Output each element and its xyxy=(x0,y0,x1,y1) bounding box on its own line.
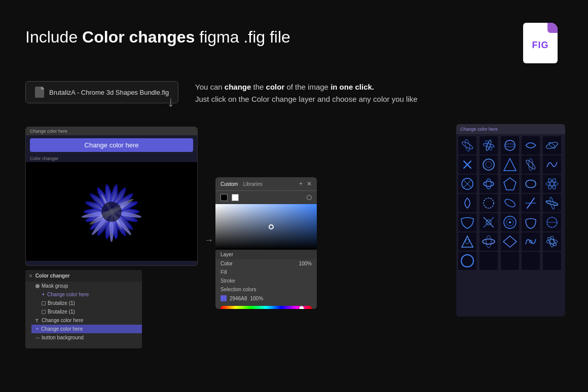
grid-cell[interactable] xyxy=(480,136,498,154)
svg-point-27 xyxy=(486,162,492,168)
list-item[interactable]: Mask group xyxy=(31,282,142,290)
svg-point-53 xyxy=(486,236,491,248)
list-item[interactable]: ✦ Change color here xyxy=(31,325,142,333)
cp-selection-row: 2946A8 100% xyxy=(215,294,317,303)
cp-color-row: Color 100% xyxy=(215,259,317,268)
svg-point-28 xyxy=(525,159,537,171)
color-label: Color xyxy=(220,261,233,266)
grid-cell[interactable] xyxy=(543,136,561,154)
svg-point-58 xyxy=(550,236,554,247)
dash-icon: — xyxy=(35,335,40,340)
grid-cell[interactable] xyxy=(501,194,519,212)
plus-icon[interactable]: + xyxy=(299,180,303,187)
color-picker-header: Custom Libraries + ✕ xyxy=(215,177,317,191)
fig-icon: FIG xyxy=(523,23,558,63)
swatch-black[interactable] xyxy=(220,194,228,201)
grid-cell[interactable] xyxy=(480,194,498,212)
header-prefix: Include xyxy=(25,28,82,46)
svg-point-22 xyxy=(505,140,515,150)
close-icon[interactable]: ✕ xyxy=(307,180,312,187)
grid-cell[interactable] xyxy=(501,232,519,251)
grid-cell xyxy=(480,252,498,270)
grid-cell[interactable] xyxy=(480,155,498,174)
preview-color-button[interactable]: Change color here xyxy=(30,138,193,152)
grid-cell[interactable] xyxy=(522,155,540,174)
grid-cell[interactable] xyxy=(458,252,476,270)
fig-icon-body: FIG xyxy=(523,23,558,63)
desc-line2: Just click on the Color change layer and… xyxy=(195,93,418,105)
grid-cell[interactable] xyxy=(501,175,519,193)
svg-point-57 xyxy=(547,236,558,247)
grid-cell[interactable] xyxy=(458,213,476,231)
svg-point-41 xyxy=(546,200,559,206)
frame-icon xyxy=(42,301,46,305)
svg-marker-54 xyxy=(503,236,517,247)
grid-cell[interactable] xyxy=(458,232,476,251)
svg-point-36 xyxy=(546,182,558,186)
grid-cell[interactable] xyxy=(458,194,476,212)
svg-point-51 xyxy=(465,240,469,244)
frame-icon xyxy=(42,310,46,314)
list-item[interactable]: Brutalize (1) xyxy=(38,307,142,316)
hue-thumb[interactable] xyxy=(299,306,304,309)
swatch-white[interactable] xyxy=(232,194,239,201)
grid-cell[interactable] xyxy=(543,155,561,174)
grid-cell[interactable] xyxy=(522,136,540,154)
grid-cell xyxy=(501,252,519,270)
file-icon xyxy=(35,87,44,98)
desc-line1: You can change the color of the image in… xyxy=(195,81,418,93)
grid-cell[interactable] xyxy=(480,232,498,251)
star-icon: ✦ xyxy=(42,292,45,297)
grid-cell[interactable] xyxy=(480,213,498,231)
star-icon: ✦ xyxy=(35,327,39,331)
svg-point-52 xyxy=(483,239,495,244)
grid-cell[interactable] xyxy=(501,136,519,154)
tab-custom[interactable]: Custom xyxy=(220,181,238,187)
list-item[interactable]: — button background xyxy=(31,333,142,342)
cp-header-icons: + ✕ xyxy=(299,180,312,187)
svg-point-17 xyxy=(461,141,474,150)
list-item[interactable]: Brutalize (1) xyxy=(38,299,142,307)
grid-cell[interactable] xyxy=(458,136,476,154)
grid-cell[interactable] xyxy=(501,155,519,174)
svg-point-23 xyxy=(505,144,515,147)
grid-cell xyxy=(543,252,561,270)
opacity-toggle[interactable] xyxy=(307,195,312,200)
grid-cell[interactable] xyxy=(480,175,498,193)
grid-cell[interactable] xyxy=(522,194,540,212)
hue-bar[interactable] xyxy=(220,306,312,309)
sel-swatch[interactable] xyxy=(220,295,227,301)
cp-stroke: Stroke xyxy=(215,277,317,285)
grid-cell[interactable] xyxy=(543,175,561,193)
list-item[interactable]: T Change color here xyxy=(31,316,142,325)
cp-swatches xyxy=(215,191,317,204)
cp-selection-label: Selection colors xyxy=(215,285,317,294)
grid-cell[interactable] xyxy=(543,194,561,212)
gradient-cursor[interactable] xyxy=(269,224,274,229)
grid-cell[interactable] xyxy=(543,213,561,231)
color-gradient[interactable] xyxy=(215,204,317,250)
grid-cell[interactable] xyxy=(501,213,519,231)
arrow-right-icon: → xyxy=(204,235,213,246)
fig-icon-corner xyxy=(547,23,558,33)
header-suffix: figma .fig file xyxy=(195,28,290,46)
tab-libraries[interactable]: Libraries xyxy=(243,181,262,187)
grid-cell[interactable] xyxy=(522,232,540,251)
grid-cell[interactable] xyxy=(458,155,476,174)
svg-point-33 xyxy=(484,181,494,186)
svg-marker-35 xyxy=(504,178,516,190)
grid-cell[interactable] xyxy=(543,232,561,251)
grid-cell[interactable] xyxy=(522,213,540,231)
svg-point-21 xyxy=(485,140,492,151)
svg-point-19 xyxy=(483,143,494,148)
grid-cell[interactable] xyxy=(458,175,476,193)
grid-panel: Change color here xyxy=(456,124,565,317)
svg-point-39 xyxy=(484,198,494,208)
svg-point-26 xyxy=(483,159,494,170)
preview-canvas xyxy=(26,162,197,261)
layers-panel: ≡ Color changer Mask group ✦ Change colo… xyxy=(25,270,142,348)
preview-section-label: Color changer xyxy=(26,155,197,162)
list-item[interactable]: ✦ Change color here xyxy=(38,290,142,299)
svg-point-34 xyxy=(486,179,491,189)
grid-cell[interactable] xyxy=(522,175,540,193)
